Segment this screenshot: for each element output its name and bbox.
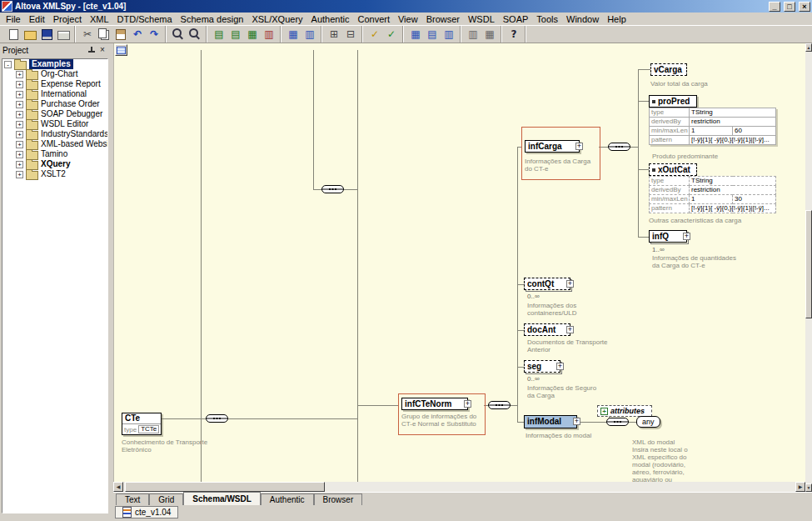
expand-icon[interactable]: + [566, 326, 574, 333]
expand-icon[interactable]: + [16, 81, 23, 88]
expand-icon[interactable]: + [16, 91, 23, 98]
sequence-icon[interactable] [606, 416, 629, 428]
schema-design-view-icon[interactable]: ▦ [407, 27, 424, 42]
sequence-icon[interactable] [488, 399, 511, 411]
element-xoutcat[interactable]: xOutCat [649, 163, 697, 176]
menu-item-view[interactable]: View [394, 14, 422, 24]
copy-icon[interactable] [96, 27, 112, 42]
print-icon[interactable] [55, 27, 72, 42]
view-tab-text[interactable]: Text [116, 493, 149, 505]
expand-icon[interactable]: + [566, 280, 574, 288]
insert-row-icon[interactable]: ▤ [227, 27, 244, 42]
enhanced-grid-view-icon[interactable]: ▦ [285, 27, 301, 42]
file-tab-cte-v1-04[interactable]: cte_v1.04 [115, 506, 178, 518]
element-vcarga[interactable]: vCarga [650, 63, 687, 76]
menu-item-tools[interactable]: Tools [532, 14, 562, 24]
scroll-up-icon[interactable]: ▲ [805, 43, 812, 52]
minimize-button[interactable]: _ [769, 2, 780, 12]
menu-item-xml[interactable]: XML [86, 14, 113, 24]
add-child-icon[interactable]: ▦ [244, 27, 261, 42]
expand-icon[interactable]: + [16, 101, 23, 108]
expand-icon[interactable]: + [16, 71, 23, 78]
append-row-icon[interactable]: ▤ [211, 27, 227, 42]
pin-icon[interactable] [87, 47, 95, 54]
convert-database-icon[interactable]: ▦ [481, 27, 498, 42]
element-any[interactable]: any [636, 416, 660, 428]
menu-item-browser[interactable]: Browser [422, 14, 464, 24]
expand-icon[interactable]: + [16, 151, 23, 158]
view-tab-authentic[interactable]: Authentic [261, 493, 314, 505]
show-globals-button[interactable] [115, 44, 127, 56]
redo-icon[interactable]: ↷ [146, 27, 162, 42]
element-infcarga[interactable]: infCarga + [525, 140, 580, 153]
element-contqt[interactable]: contQt + [524, 278, 570, 290]
sequence-icon[interactable] [321, 183, 344, 195]
expand-icon[interactable]: + [16, 141, 23, 148]
expand-icon[interactable]: + [575, 143, 583, 150]
menu-item-wsdl[interactable]: WSDL [464, 14, 499, 24]
menu-item-schema-design[interactable]: Schema design [177, 14, 248, 24]
tree-item-xslt2[interactable]: +XSLT2 [2, 169, 107, 179]
menu-item-help[interactable]: Help [603, 14, 630, 24]
attributes-box[interactable]: + attributes [597, 405, 652, 417]
generate-sample-xml-icon[interactable]: ▥ [441, 27, 457, 42]
vertical-scroll-thumb[interactable] [805, 210, 812, 318]
tree-item-purchase-order[interactable]: +Purchase Order [2, 99, 107, 109]
undo-icon[interactable]: ↶ [129, 27, 146, 42]
menu-item-edit[interactable]: Edit [25, 14, 49, 24]
vertical-scrollbar[interactable]: ▲ ▼ [805, 43, 812, 492]
element-infctenorm[interactable]: infCTeNorm + [401, 398, 468, 410]
element-infmodal[interactable]: infModal + [524, 415, 577, 428]
panel-close-icon[interactable]: × [97, 46, 107, 55]
expand-icon[interactable]: + [573, 418, 580, 425]
view-tab-grid[interactable]: Grid [149, 493, 183, 505]
close-button[interactable]: × [799, 2, 810, 12]
view-tab-schema-wsdl[interactable]: Schema/WSDL [183, 492, 261, 505]
save-file-icon[interactable] [38, 27, 55, 42]
tree-item-org-chart[interactable]: +Org-Chart [2, 69, 107, 79]
scroll-left-icon[interactable]: ◀ [113, 482, 123, 492]
expand-attributes-icon[interactable]: + [600, 408, 608, 415]
schema-settings-icon[interactable]: ▤ [424, 27, 441, 42]
sequence-icon[interactable] [206, 413, 228, 424]
element-docant[interactable]: docAnt + [524, 323, 570, 336]
scroll-right-icon[interactable]: ▶ [795, 482, 805, 492]
delete-row-icon[interactable]: ▥ [261, 27, 277, 42]
table-view-icon[interactable]: ▥ [301, 27, 318, 42]
tree-item-wsdl-editor[interactable]: +WSDL Editor [2, 119, 107, 129]
menu-item-soap[interactable]: SOAP [499, 14, 533, 24]
menu-item-project[interactable]: Project [49, 14, 86, 24]
open-file-icon[interactable] [22, 27, 38, 42]
element-propred[interactable]: proPred [649, 95, 697, 108]
database-query-icon[interactable]: ▥ [465, 27, 481, 42]
paste-icon[interactable] [112, 27, 129, 42]
horizontal-scroll-thumb[interactable] [125, 482, 325, 492]
menu-item-dtd-schema[interactable]: DTD/Schema [113, 14, 177, 24]
expand-icon[interactable]: ⊞ [326, 27, 342, 42]
expand-icon[interactable]: + [464, 400, 471, 408]
menu-item-window[interactable]: Window [562, 14, 603, 24]
tree-item-tamino[interactable]: +Tamino [2, 149, 107, 159]
tree-item-soap-debugger[interactable]: +SOAP Debugger [2, 109, 107, 119]
collapse-icon[interactable]: - [4, 61, 12, 68]
menu-item-file[interactable]: File [2, 14, 25, 24]
horizontal-scrollbar[interactable]: ◀ ▶ [113, 482, 805, 492]
expand-icon[interactable]: + [683, 233, 690, 240]
expand-icon[interactable]: + [16, 111, 23, 118]
tree-item-international[interactable]: +International [2, 89, 107, 99]
facets-table-propred[interactable]: typeTString derivedByrestriction min/max… [649, 108, 776, 145]
view-tab-browser[interactable]: Browser [314, 493, 363, 505]
cut-icon[interactable]: ✂ [79, 27, 96, 42]
maximize-button[interactable]: □ [784, 2, 795, 12]
check-wellformed-icon[interactable]: ✓ [366, 27, 383, 42]
menu-item-convert[interactable]: Convert [353, 14, 394, 24]
element-cte[interactable]: CTe type TCTe [122, 413, 162, 435]
validate-icon[interactable]: ✓ [383, 27, 400, 42]
tree-item-examples[interactable]: - Examples [2, 59, 107, 69]
expand-icon[interactable]: + [16, 121, 23, 128]
collapse-icon[interactable]: ⊟ [342, 27, 359, 42]
menu-item-authentic[interactable]: Authentic [307, 14, 354, 24]
facets-table-xoutcat[interactable]: typeTString derivedByrestriction min/max… [649, 176, 776, 213]
sequence-icon[interactable] [608, 141, 630, 153]
expand-icon[interactable]: + [16, 171, 23, 178]
